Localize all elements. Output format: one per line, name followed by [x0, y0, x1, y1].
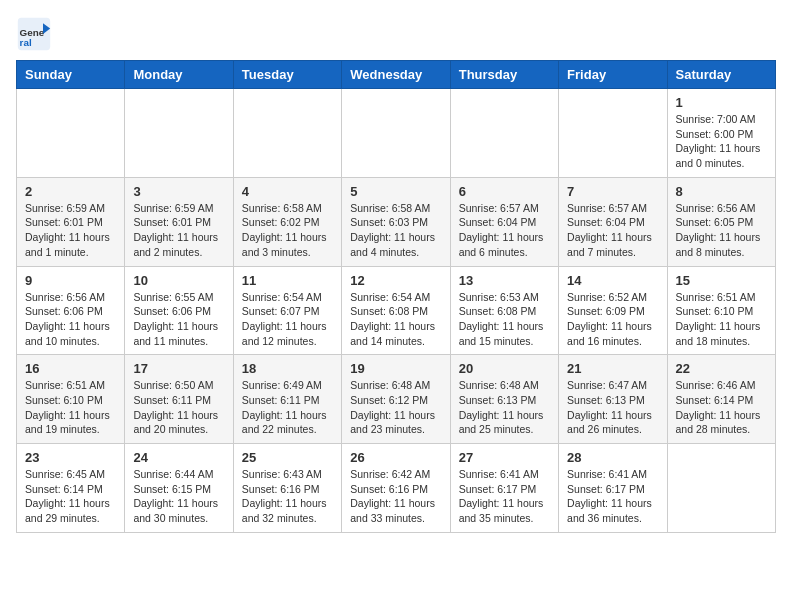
day-number: 6: [459, 184, 550, 199]
day-info: Sunrise: 6:48 AM Sunset: 6:12 PM Dayligh…: [350, 378, 441, 437]
day-info: Sunrise: 6:56 AM Sunset: 6:05 PM Dayligh…: [676, 201, 767, 260]
day-number: 5: [350, 184, 441, 199]
calendar-week-row: 16Sunrise: 6:51 AM Sunset: 6:10 PM Dayli…: [17, 355, 776, 444]
calendar-day-cell: 7Sunrise: 6:57 AM Sunset: 6:04 PM Daylig…: [559, 177, 667, 266]
calendar-day-cell: [233, 89, 341, 178]
day-info: Sunrise: 6:52 AM Sunset: 6:09 PM Dayligh…: [567, 290, 658, 349]
day-info: Sunrise: 6:48 AM Sunset: 6:13 PM Dayligh…: [459, 378, 550, 437]
day-number: 23: [25, 450, 116, 465]
day-number: 10: [133, 273, 224, 288]
calendar-day-cell: 14Sunrise: 6:52 AM Sunset: 6:09 PM Dayli…: [559, 266, 667, 355]
day-number: 25: [242, 450, 333, 465]
calendar-day-cell: 16Sunrise: 6:51 AM Sunset: 6:10 PM Dayli…: [17, 355, 125, 444]
day-info: Sunrise: 6:57 AM Sunset: 6:04 PM Dayligh…: [567, 201, 658, 260]
day-info: Sunrise: 6:45 AM Sunset: 6:14 PM Dayligh…: [25, 467, 116, 526]
calendar-day-cell: [450, 89, 558, 178]
day-number: 16: [25, 361, 116, 376]
day-number: 26: [350, 450, 441, 465]
day-number: 13: [459, 273, 550, 288]
day-info: Sunrise: 6:50 AM Sunset: 6:11 PM Dayligh…: [133, 378, 224, 437]
calendar-header-row: SundayMondayTuesdayWednesdayThursdayFrid…: [17, 61, 776, 89]
calendar-day-cell: 21Sunrise: 6:47 AM Sunset: 6:13 PM Dayli…: [559, 355, 667, 444]
day-info: Sunrise: 7:00 AM Sunset: 6:00 PM Dayligh…: [676, 112, 767, 171]
calendar-day-cell: 15Sunrise: 6:51 AM Sunset: 6:10 PM Dayli…: [667, 266, 775, 355]
logo: Gene ral: [16, 16, 56, 52]
day-number: 19: [350, 361, 441, 376]
day-info: Sunrise: 6:57 AM Sunset: 6:04 PM Dayligh…: [459, 201, 550, 260]
calendar-day-cell: 18Sunrise: 6:49 AM Sunset: 6:11 PM Dayli…: [233, 355, 341, 444]
calendar-day-cell: [667, 444, 775, 533]
day-info: Sunrise: 6:58 AM Sunset: 6:03 PM Dayligh…: [350, 201, 441, 260]
day-number: 21: [567, 361, 658, 376]
calendar-day-cell: 9Sunrise: 6:56 AM Sunset: 6:06 PM Daylig…: [17, 266, 125, 355]
calendar-day-cell: 2Sunrise: 6:59 AM Sunset: 6:01 PM Daylig…: [17, 177, 125, 266]
calendar-day-cell: [559, 89, 667, 178]
calendar-day-cell: 27Sunrise: 6:41 AM Sunset: 6:17 PM Dayli…: [450, 444, 558, 533]
svg-text:ral: ral: [20, 37, 32, 48]
day-number: 20: [459, 361, 550, 376]
logo-icon: Gene ral: [16, 16, 52, 52]
calendar-day-cell: 19Sunrise: 6:48 AM Sunset: 6:12 PM Dayli…: [342, 355, 450, 444]
calendar-day-cell: 3Sunrise: 6:59 AM Sunset: 6:01 PM Daylig…: [125, 177, 233, 266]
calendar-week-row: 23Sunrise: 6:45 AM Sunset: 6:14 PM Dayli…: [17, 444, 776, 533]
day-number: 17: [133, 361, 224, 376]
calendar-day-cell: 10Sunrise: 6:55 AM Sunset: 6:06 PM Dayli…: [125, 266, 233, 355]
calendar-week-row: 1Sunrise: 7:00 AM Sunset: 6:00 PM Daylig…: [17, 89, 776, 178]
calendar-day-cell: [125, 89, 233, 178]
day-of-week-header: Wednesday: [342, 61, 450, 89]
calendar-week-row: 2Sunrise: 6:59 AM Sunset: 6:01 PM Daylig…: [17, 177, 776, 266]
calendar-day-cell: 8Sunrise: 6:56 AM Sunset: 6:05 PM Daylig…: [667, 177, 775, 266]
day-info: Sunrise: 6:46 AM Sunset: 6:14 PM Dayligh…: [676, 378, 767, 437]
calendar-day-cell: 5Sunrise: 6:58 AM Sunset: 6:03 PM Daylig…: [342, 177, 450, 266]
day-number: 4: [242, 184, 333, 199]
day-info: Sunrise: 6:42 AM Sunset: 6:16 PM Dayligh…: [350, 467, 441, 526]
day-of-week-header: Saturday: [667, 61, 775, 89]
day-number: 8: [676, 184, 767, 199]
calendar-day-cell: [17, 89, 125, 178]
day-number: 12: [350, 273, 441, 288]
day-of-week-header: Monday: [125, 61, 233, 89]
day-info: Sunrise: 6:54 AM Sunset: 6:08 PM Dayligh…: [350, 290, 441, 349]
day-info: Sunrise: 6:44 AM Sunset: 6:15 PM Dayligh…: [133, 467, 224, 526]
day-number: 18: [242, 361, 333, 376]
day-info: Sunrise: 6:51 AM Sunset: 6:10 PM Dayligh…: [676, 290, 767, 349]
day-info: Sunrise: 6:47 AM Sunset: 6:13 PM Dayligh…: [567, 378, 658, 437]
calendar-day-cell: 20Sunrise: 6:48 AM Sunset: 6:13 PM Dayli…: [450, 355, 558, 444]
calendar-day-cell: 22Sunrise: 6:46 AM Sunset: 6:14 PM Dayli…: [667, 355, 775, 444]
calendar-day-cell: [342, 89, 450, 178]
calendar-day-cell: 4Sunrise: 6:58 AM Sunset: 6:02 PM Daylig…: [233, 177, 341, 266]
day-number: 7: [567, 184, 658, 199]
day-number: 28: [567, 450, 658, 465]
calendar-table: SundayMondayTuesdayWednesdayThursdayFrid…: [16, 60, 776, 533]
day-number: 27: [459, 450, 550, 465]
calendar-day-cell: 1Sunrise: 7:00 AM Sunset: 6:00 PM Daylig…: [667, 89, 775, 178]
day-info: Sunrise: 6:54 AM Sunset: 6:07 PM Dayligh…: [242, 290, 333, 349]
calendar-day-cell: 13Sunrise: 6:53 AM Sunset: 6:08 PM Dayli…: [450, 266, 558, 355]
day-number: 9: [25, 273, 116, 288]
day-info: Sunrise: 6:49 AM Sunset: 6:11 PM Dayligh…: [242, 378, 333, 437]
calendar-day-cell: 23Sunrise: 6:45 AM Sunset: 6:14 PM Dayli…: [17, 444, 125, 533]
day-number: 2: [25, 184, 116, 199]
day-info: Sunrise: 6:59 AM Sunset: 6:01 PM Dayligh…: [25, 201, 116, 260]
day-number: 3: [133, 184, 224, 199]
day-info: Sunrise: 6:41 AM Sunset: 6:17 PM Dayligh…: [567, 467, 658, 526]
calendar-day-cell: 25Sunrise: 6:43 AM Sunset: 6:16 PM Dayli…: [233, 444, 341, 533]
day-info: Sunrise: 6:58 AM Sunset: 6:02 PM Dayligh…: [242, 201, 333, 260]
day-of-week-header: Sunday: [17, 61, 125, 89]
day-info: Sunrise: 6:41 AM Sunset: 6:17 PM Dayligh…: [459, 467, 550, 526]
page-header: Gene ral: [16, 16, 776, 52]
calendar-day-cell: 12Sunrise: 6:54 AM Sunset: 6:08 PM Dayli…: [342, 266, 450, 355]
day-info: Sunrise: 6:55 AM Sunset: 6:06 PM Dayligh…: [133, 290, 224, 349]
day-of-week-header: Thursday: [450, 61, 558, 89]
day-number: 15: [676, 273, 767, 288]
calendar-day-cell: 11Sunrise: 6:54 AM Sunset: 6:07 PM Dayli…: [233, 266, 341, 355]
day-number: 22: [676, 361, 767, 376]
day-info: Sunrise: 6:56 AM Sunset: 6:06 PM Dayligh…: [25, 290, 116, 349]
day-number: 11: [242, 273, 333, 288]
calendar-day-cell: 24Sunrise: 6:44 AM Sunset: 6:15 PM Dayli…: [125, 444, 233, 533]
calendar-day-cell: 6Sunrise: 6:57 AM Sunset: 6:04 PM Daylig…: [450, 177, 558, 266]
day-info: Sunrise: 6:43 AM Sunset: 6:16 PM Dayligh…: [242, 467, 333, 526]
day-info: Sunrise: 6:59 AM Sunset: 6:01 PM Dayligh…: [133, 201, 224, 260]
calendar-day-cell: 28Sunrise: 6:41 AM Sunset: 6:17 PM Dayli…: [559, 444, 667, 533]
calendar-week-row: 9Sunrise: 6:56 AM Sunset: 6:06 PM Daylig…: [17, 266, 776, 355]
